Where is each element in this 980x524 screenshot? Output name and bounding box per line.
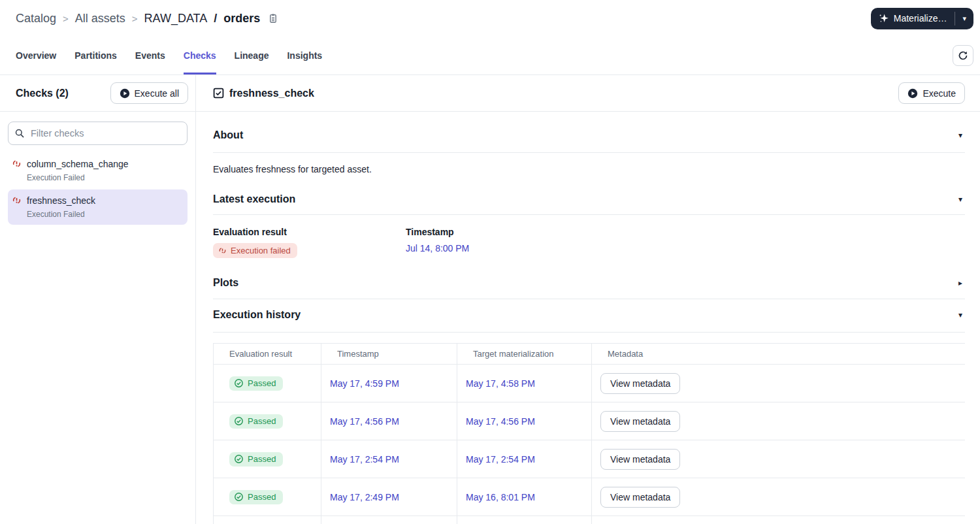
column-header-target-materialization: Target materialization bbox=[457, 344, 592, 365]
passed-badge: Passed bbox=[229, 376, 283, 391]
check-detail-header: freshness_check Execute bbox=[196, 75, 980, 112]
execution-failed-badge-label: Execution failed bbox=[231, 246, 291, 255]
latest-timestamp-link[interactable]: Jul 14, 8:00 PM bbox=[406, 243, 469, 254]
tab-overview[interactable]: Overview bbox=[16, 37, 56, 74]
tab-partitions[interactable]: Partitions bbox=[74, 37, 117, 74]
view-metadata-button[interactable]: View metadata bbox=[600, 449, 680, 470]
execute-all-label: Execute all bbox=[135, 88, 179, 99]
chevron-down-icon: ▾ bbox=[958, 310, 962, 319]
check-circle-icon bbox=[234, 492, 244, 502]
tab-events[interactable]: Events bbox=[135, 37, 165, 74]
page-title: freshness_check bbox=[229, 88, 314, 99]
check-item-freshness_check[interactable]: freshness_check Execution Failed bbox=[8, 189, 188, 225]
target-materialization-link[interactable]: May 16, 8:01 PM bbox=[466, 492, 535, 502]
breadcrumb: Catalog>All assets>RAW_DATA/orders bbox=[16, 12, 278, 25]
check-circle-icon bbox=[234, 454, 244, 464]
column-header-evaluation-result: Evaluation result bbox=[214, 344, 321, 365]
section-plots-header[interactable]: Plots ▸ bbox=[213, 269, 965, 299]
check-circle-icon bbox=[234, 378, 244, 388]
target-materialization-link[interactable]: May 17, 4:56 PM bbox=[466, 416, 535, 427]
plots-title: Plots bbox=[213, 276, 238, 289]
view-metadata-button[interactable]: View metadata bbox=[600, 411, 680, 432]
timestamp-link[interactable]: May 17, 2:54 PM bbox=[330, 454, 399, 465]
execution-history-row: Passed May 17, 4:59 PM May 17, 4:58 PM V… bbox=[214, 365, 966, 402]
table-header-row: Evaluation resultTimestampTarget materia… bbox=[214, 344, 966, 365]
chevron-down-icon: ▾ bbox=[958, 195, 962, 204]
execution-history-row: Passed May 17, 4:56 PM May 17, 4:56 PM V… bbox=[214, 402, 966, 440]
asset-path-separator: / bbox=[214, 12, 217, 25]
check-square-icon bbox=[213, 88, 224, 99]
passed-badge: Passed bbox=[229, 490, 283, 504]
top-header: Catalog>All assets>RAW_DATA/orders Mater… bbox=[0, 0, 980, 37]
play-circle-icon bbox=[120, 88, 130, 99]
breadcrumb-asset-name: orders bbox=[223, 12, 260, 25]
check-item-column_schema_change[interactable]: column_schema_change Execution Failed bbox=[8, 153, 188, 188]
search-icon bbox=[14, 128, 25, 141]
execution-history-table: Evaluation resultTimestampTarget materia… bbox=[213, 343, 965, 524]
target-materialization-link[interactable]: May 17, 4:58 PM bbox=[466, 378, 535, 389]
checks-sidebar: Checks (2) Execute all bbox=[0, 75, 196, 524]
refresh-icon bbox=[958, 50, 968, 61]
execution-history-row: Passed May 17, 2:54 PM May 17, 2:54 PM V… bbox=[214, 440, 966, 478]
about-title: About bbox=[213, 129, 243, 142]
breadcrumb-link-all-assets[interactable]: All assets bbox=[75, 12, 125, 25]
check-detail-panel: freshness_check Execute About ▾ Evaluate… bbox=[196, 75, 980, 524]
check-name: column_schema_change bbox=[27, 158, 129, 171]
passed-badge-label: Passed bbox=[248, 416, 276, 426]
tabs: OverviewPartitionsEventsChecksLineageIns… bbox=[16, 37, 322, 74]
column-header-metadata: Metadata bbox=[592, 344, 966, 365]
passed-badge: Passed bbox=[229, 414, 283, 429]
play-circle-icon bbox=[907, 88, 918, 99]
view-metadata-button[interactable]: View metadata bbox=[600, 487, 680, 508]
execute-button[interactable]: Execute bbox=[898, 82, 965, 104]
latest-execution-title: Latest execution bbox=[213, 193, 295, 206]
section-about-header[interactable]: About ▾ bbox=[213, 112, 965, 153]
execute-all-button[interactable]: Execute all bbox=[110, 82, 188, 104]
tab-bar: OverviewPartitionsEventsChecksLineageIns… bbox=[0, 37, 980, 75]
filter-checks-input[interactable] bbox=[8, 122, 188, 145]
check-list: column_schema_change Execution Failed fr… bbox=[0, 153, 195, 226]
timestamp-label: Timestamp bbox=[406, 227, 469, 237]
column-header-timestamp: Timestamp bbox=[321, 344, 457, 365]
sparkle-icon bbox=[879, 13, 889, 24]
passed-badge: Passed bbox=[229, 452, 283, 467]
copy-asset-name-icon[interactable] bbox=[268, 13, 278, 24]
passed-badge-label: Passed bbox=[248, 454, 276, 464]
breadcrumb-separator-icon: > bbox=[63, 13, 69, 24]
breadcrumb-separator-icon: > bbox=[132, 13, 138, 24]
check-circle-icon bbox=[234, 416, 244, 426]
materialize-dropdown-button[interactable]: ▾ bbox=[955, 8, 973, 29]
view-metadata-button[interactable]: View metadata bbox=[600, 373, 680, 394]
chevron-down-icon: ▾ bbox=[958, 131, 962, 140]
tab-insights[interactable]: Insights bbox=[287, 37, 322, 74]
execution-failed-icon bbox=[218, 246, 227, 255]
latest-execution-body: Evaluation result Exec bbox=[213, 215, 965, 269]
execution-failed-icon bbox=[12, 195, 22, 219]
tab-lineage[interactable]: Lineage bbox=[235, 37, 269, 74]
breadcrumb-link-catalog[interactable]: Catalog bbox=[16, 12, 56, 25]
check-status: Execution Failed bbox=[27, 173, 129, 182]
breadcrumb-asset-group[interactable]: RAW_DATA bbox=[144, 12, 208, 25]
execution-history-row-partial bbox=[214, 516, 966, 524]
evaluation-result-label: Evaluation result bbox=[213, 227, 406, 237]
execution-failed-badge: Execution failed bbox=[213, 243, 297, 258]
timestamp-link[interactable]: May 17, 4:59 PM bbox=[330, 378, 399, 389]
passed-badge-label: Passed bbox=[248, 378, 276, 388]
materialize-label: Materialize… bbox=[894, 13, 947, 24]
execution-failed-icon bbox=[12, 159, 22, 182]
check-status: Execution Failed bbox=[27, 210, 95, 219]
execution-history-row: Passed May 17, 2:49 PM May 16, 8:01 PM V… bbox=[214, 478, 966, 516]
passed-badge-label: Passed bbox=[248, 492, 276, 502]
caret-down-icon: ▾ bbox=[962, 14, 966, 23]
check-name: freshness_check bbox=[27, 195, 95, 207]
materialize-button[interactable]: Materialize… bbox=[871, 8, 955, 29]
section-latest-execution-header[interactable]: Latest execution ▾ bbox=[213, 185, 965, 215]
tab-checks[interactable]: Checks bbox=[184, 37, 216, 74]
execution-history-title: Execution history bbox=[213, 308, 301, 321]
refresh-button[interactable] bbox=[953, 45, 973, 66]
chevron-right-icon: ▸ bbox=[958, 278, 962, 287]
target-materialization-link[interactable]: May 17, 2:54 PM bbox=[466, 454, 535, 465]
section-execution-history-header[interactable]: Execution history ▾ bbox=[213, 299, 965, 333]
timestamp-link[interactable]: May 17, 4:56 PM bbox=[330, 416, 399, 427]
timestamp-link[interactable]: May 17, 2:49 PM bbox=[330, 492, 399, 502]
